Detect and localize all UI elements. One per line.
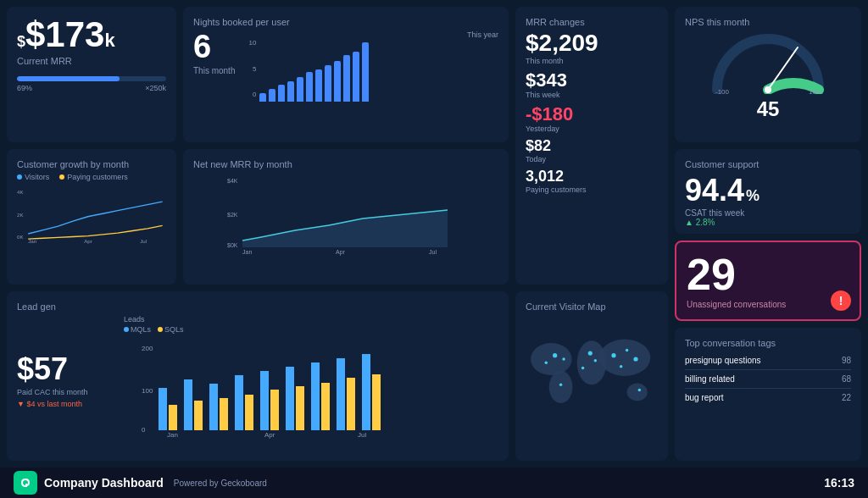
tag-count-1: 98 — [842, 356, 851, 365]
leads-chart: 200 100 0 — [124, 337, 498, 439]
bar-12 — [362, 42, 369, 102]
dashboard: $ $173 k Current MRR 69% ×250k Nights bo… — [0, 0, 868, 498]
mrr-change-today-label: Today — [526, 155, 658, 163]
main-grid: $ $173 k Current MRR 69% ×250k Nights bo… — [0, 0, 868, 468]
sqls-dot — [158, 327, 163, 332]
svg-point-23 — [531, 343, 572, 375]
tag-name-3: bug report — [685, 393, 724, 402]
y-label-10: 10 — [248, 39, 256, 47]
svg-text:100: 100 — [809, 88, 821, 94]
svg-point-31 — [588, 351, 593, 355]
sql-bar-2 — [194, 401, 203, 430]
bar-7 — [315, 69, 322, 102]
customer-growth-title: Customer growth by month — [17, 159, 166, 169]
nights-month: This month — [193, 66, 235, 75]
lead-gen-card: Lead gen $57 Paid CAC this month ▼ $4 vs… — [7, 291, 509, 461]
tag-name-2: billing related — [685, 374, 735, 384]
mql-bar-3 — [209, 384, 218, 430]
legend-visitors: Visitors — [17, 173, 49, 181]
nights-bar-chart — [259, 42, 369, 102]
mql-bar-6 — [286, 367, 294, 430]
svg-text:Jul: Jul — [140, 238, 147, 244]
mql-bar-1 — [159, 388, 167, 430]
mrr-progress-container: 69% ×250k — [17, 76, 166, 92]
net-mrr-chart: $4K $2K $0K Jan Apr Jul — [193, 173, 498, 257]
bar-4 — [287, 81, 294, 102]
bar-9 — [334, 61, 341, 102]
customer-support-card: Customer support 94.4 % CSAT this week ▲… — [675, 149, 861, 234]
mrr-change-week: $343 This week — [526, 70, 658, 99]
bar-6 — [306, 72, 313, 102]
svg-text:Jan: Jan — [28, 238, 37, 244]
customer-growth-legend: Visitors Paying customers — [17, 173, 166, 181]
svg-text:200: 200 — [142, 345, 153, 352]
mql-bar-5 — [260, 371, 269, 430]
lead-gen-label: Paid CAC this month — [17, 388, 110, 396]
svg-point-27 — [627, 384, 648, 401]
footer-time: 16:13 — [824, 476, 854, 490]
mrr-paying-label: Paying customers — [526, 185, 658, 194]
nights-value: 6 — [193, 30, 235, 63]
svg-point-39 — [581, 367, 584, 369]
bar-3 — [278, 85, 285, 102]
footer-powered: Powered by Geckoboard — [174, 479, 267, 488]
bar-5 — [297, 77, 303, 102]
customer-growth-chart: 4K 2K 0K Jan Apr Jul — [17, 181, 166, 249]
mrr-change-week-value: $343 — [526, 70, 658, 91]
y-label-0: 0 — [248, 91, 256, 98]
sql-bar-3 — [220, 398, 228, 430]
bar-10 — [343, 55, 350, 102]
bar-2 — [269, 89, 275, 102]
svg-point-28 — [553, 353, 557, 357]
svg-point-32 — [594, 359, 597, 362]
mrr-progress-fill — [17, 76, 120, 81]
sql-bar-8 — [347, 378, 355, 430]
lead-gen-value: $57 — [17, 354, 110, 385]
mrr-change-month-label: This month — [526, 57, 658, 65]
sql-bar-9 — [372, 374, 381, 430]
sqls-legend: SQLs — [158, 325, 184, 334]
customer-growth-card: Customer growth by month Visitors Paying… — [7, 149, 176, 285]
svg-point-37 — [638, 389, 641, 391]
customer-support-title: Customer support — [685, 159, 851, 169]
tag-row-1: presignup questions 98 — [685, 351, 851, 370]
mrr-progress-bar — [17, 76, 166, 81]
svg-point-36 — [620, 365, 622, 368]
svg-text:4K: 4K — [17, 189, 24, 195]
svg-text:$2K: $2K — [227, 212, 238, 218]
unassigned-card: 29 Unassigned conversations ! — [675, 241, 861, 321]
svg-text:Jan: Jan — [242, 249, 252, 255]
mrr-changes-card: MRR changes $2,209 This month $343 This … — [515, 7, 668, 285]
svg-text:Apr: Apr — [336, 249, 346, 256]
svg-text:0: 0 — [142, 426, 146, 434]
svg-point-33 — [611, 353, 615, 357]
bar-1 — [259, 93, 266, 102]
mrr-value: $173 — [25, 17, 104, 53]
sql-bar-4 — [245, 395, 253, 430]
mql-bar-8 — [337, 358, 345, 430]
lead-gen-trend: ▼ $4 vs last month — [17, 400, 110, 408]
svg-point-26 — [599, 340, 651, 376]
lead-gen-content: $57 Paid CAC this month ▼ $4 vs last mon… — [17, 315, 498, 447]
sql-bar-6 — [296, 386, 304, 430]
mrr-change-yesterday-value: -$180 — [526, 104, 658, 125]
sql-bar-5 — [270, 390, 279, 430]
svg-point-38 — [559, 384, 562, 386]
mql-bar-2 — [184, 379, 192, 430]
nps-gauge: -100 100 45 — [685, 30, 851, 121]
mqls-legend: MQLs — [124, 325, 151, 334]
paying-dot — [59, 174, 64, 180]
nps-score: 45 — [757, 97, 780, 121]
legend-paying: Paying customers — [59, 173, 128, 181]
mrr-unit: k — [104, 30, 114, 52]
tags-card: Top conversation tags presignup question… — [675, 328, 861, 461]
mrr-change-yesterday: -$180 Yesterday — [526, 104, 658, 133]
tag-count-3: 22 — [842, 393, 851, 402]
nights-chart-title: This year — [248, 30, 498, 39]
mrr-change-month: $2,209 This month — [526, 30, 658, 65]
tag-count-2: 68 — [842, 374, 851, 384]
mql-bar-4 — [235, 375, 243, 430]
svg-text:$4K: $4K — [227, 178, 238, 184]
unassigned-number: 29 — [687, 252, 849, 296]
mrr-paying-customers: 3,012 Paying customers — [526, 169, 658, 194]
